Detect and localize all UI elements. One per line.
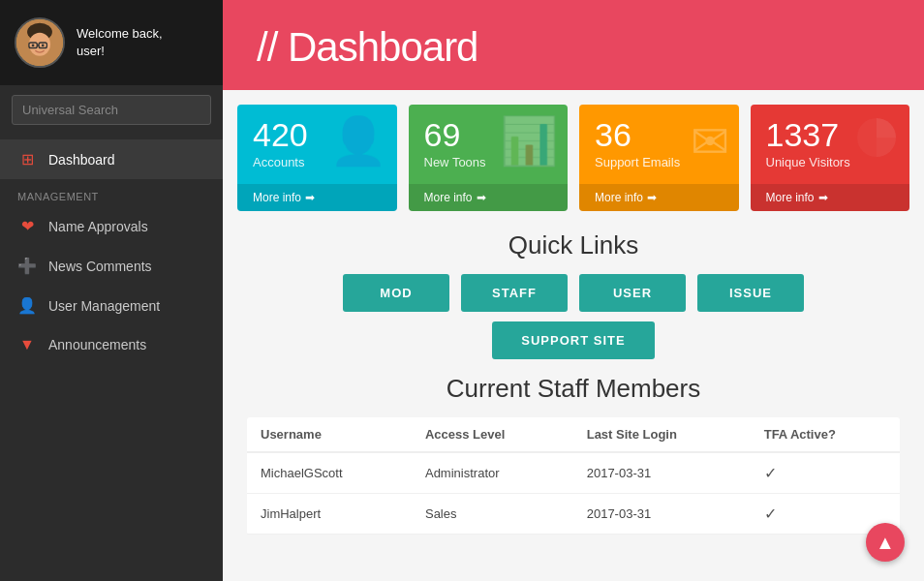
quick-links-section: Quick Links MOD STAFF USER ISSUE SUPPORT… xyxy=(223,221,924,369)
sidebar-item-label: Name Approvals xyxy=(48,219,148,234)
sidebar-item-label: Dashboard xyxy=(48,152,115,168)
sidebar-item-dashboard[interactable]: ⊞ Dashboard xyxy=(0,139,223,179)
staff-tfa-1: ✓ xyxy=(751,452,900,494)
nav-items: ⊞ Dashboard Management ❤ Name Approvals … xyxy=(0,139,223,364)
name-approvals-icon: ❤ xyxy=(17,217,37,235)
visitors-bg-icon xyxy=(853,114,900,171)
quick-links-buttons-row1: MOD STAFF USER ISSUE xyxy=(237,274,909,312)
sidebar-item-name-approvals[interactable]: ❤ Name Approvals xyxy=(0,206,223,246)
stat-more-support[interactable]: More info ➡ xyxy=(579,184,739,211)
page-title: // Dashboard xyxy=(257,24,890,71)
staff-table-body: MichaelGScott Administrator 2017-03-31 ✓… xyxy=(247,452,900,535)
stat-more-newtoons[interactable]: More info ➡ xyxy=(409,184,569,211)
user-management-icon: 👤 xyxy=(17,296,37,315)
mod-button[interactable]: MOD xyxy=(343,274,449,312)
user-label: user! xyxy=(77,43,163,60)
quick-links-buttons-row2: SUPPORT SITE xyxy=(237,321,909,359)
col-username: Username xyxy=(247,417,412,452)
stat-card-accounts: 420 Accounts 👤 More info ➡ xyxy=(237,105,397,211)
svg-point-6 xyxy=(32,44,35,46)
staff-username-1: MichaelGScott xyxy=(247,452,412,494)
page-header: // Dashboard xyxy=(223,0,924,90)
news-comments-icon: ➕ xyxy=(17,257,37,275)
sidebar-item-user-management[interactable]: 👤 User Management xyxy=(0,286,223,325)
sidebar: Welcome back, user! ⊞ Dashboard Manageme… xyxy=(0,0,223,581)
staff-username-2: JimHalpert xyxy=(247,494,412,535)
scroll-to-top-button[interactable]: ▲ xyxy=(866,523,905,562)
sidebar-item-news-comments[interactable]: ➕ News Comments xyxy=(0,246,223,286)
sidebar-item-label: User Management xyxy=(48,298,160,314)
accounts-bg-icon: 👤 xyxy=(329,114,387,168)
search-box[interactable] xyxy=(12,95,211,125)
staff-login-1: 2017-03-31 xyxy=(573,452,751,494)
support-site-button[interactable]: SUPPORT SITE xyxy=(492,321,654,359)
sidebar-header: Welcome back, user! xyxy=(0,0,223,85)
announcements-icon: ▼ xyxy=(17,336,37,353)
welcome-text: Welcome back, user! xyxy=(77,25,163,60)
pie-chart-icon xyxy=(853,114,900,161)
search-input[interactable] xyxy=(12,95,211,125)
tfa-check-2: ✓ xyxy=(764,505,777,522)
welcome-label: Welcome back, xyxy=(77,25,163,43)
sidebar-item-label: News Comments xyxy=(48,259,152,274)
staff-access-2: Sales xyxy=(412,494,573,535)
stat-card-visitors: 1337 Unique Visitors More info ➡ xyxy=(751,105,910,211)
management-section-label: Management xyxy=(0,179,223,206)
sidebar-item-label: Announcements xyxy=(48,337,146,352)
sidebar-item-announcements[interactable]: ▼ Announcements xyxy=(0,325,223,364)
table-row: JimHalpert Sales 2017-03-31 ✓ xyxy=(247,494,900,535)
staff-access-1: Administrator xyxy=(412,452,573,494)
main-content: // Dashboard 420 Accounts 👤 More info ➡ … xyxy=(223,0,924,581)
table-row: MichaelGScott Administrator 2017-03-31 ✓ xyxy=(247,452,900,494)
staff-button[interactable]: STAFF xyxy=(461,274,568,312)
user-button[interactable]: USER xyxy=(579,274,686,312)
svg-point-7 xyxy=(42,44,45,46)
tfa-check-1: ✓ xyxy=(764,465,777,481)
stats-row: 420 Accounts 👤 More info ➡ 69 New Toons … xyxy=(223,90,924,221)
staff-login-2: 2017-03-31 xyxy=(573,494,751,535)
stat-card-support: 36 Support Emails ✉ More info ➡ xyxy=(579,105,739,211)
col-access: Access Level xyxy=(412,417,573,452)
stat-more-visitors[interactable]: More info ➡ xyxy=(751,184,910,211)
chevron-up-icon: ▲ xyxy=(876,532,895,554)
quick-links-title: Quick Links xyxy=(237,230,909,260)
staff-title: Current Staff Members xyxy=(247,374,900,404)
col-tfa: TFA Active? xyxy=(751,417,900,452)
staff-section: Current Staff Members Username Access Le… xyxy=(223,369,924,554)
avatar-image xyxy=(16,17,63,68)
dashboard-icon: ⊞ xyxy=(17,150,37,168)
col-login: Last Site Login xyxy=(573,417,751,452)
staff-table: Username Access Level Last Site Login TF… xyxy=(247,417,900,535)
avatar xyxy=(15,17,65,68)
table-header-row: Username Access Level Last Site Login TF… xyxy=(247,417,900,452)
issue-button[interactable]: ISSUE xyxy=(697,274,804,312)
support-bg-icon: ✉ xyxy=(691,114,729,168)
newtoons-bg-icon: 📊 xyxy=(500,114,558,168)
stat-card-newtoons: 69 New Toons 📊 More info ➡ xyxy=(409,105,569,211)
stat-more-accounts[interactable]: More info ➡ xyxy=(237,184,397,211)
